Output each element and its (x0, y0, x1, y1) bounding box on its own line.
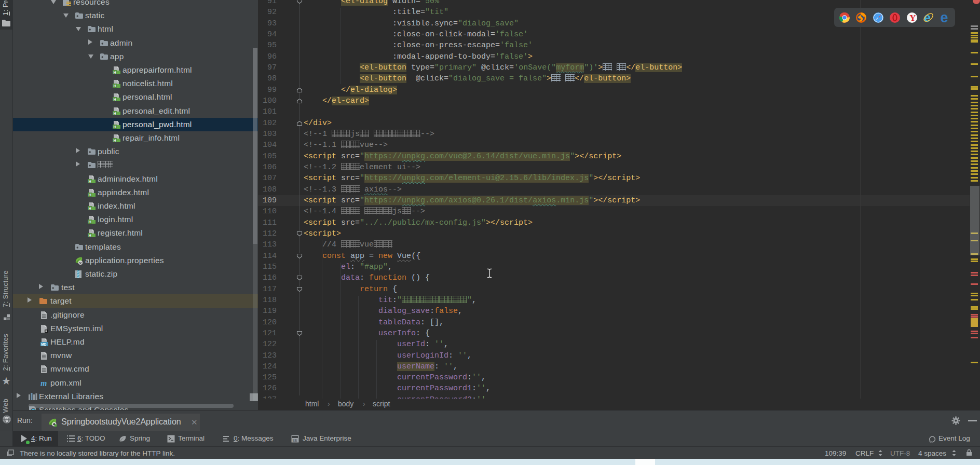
svg-text:H: H (113, 97, 116, 102)
svg-text:H: H (113, 111, 116, 116)
svg-text:H: H (113, 125, 116, 129)
svg-text:H: H (88, 193, 91, 197)
svg-text:H: H (113, 70, 116, 75)
svg-text:H: H (88, 179, 91, 184)
svg-text:EE: EE (293, 439, 298, 442)
svg-text:H: H (113, 138, 116, 143)
svg-text:H: H (113, 84, 116, 88)
svg-text:H: H (88, 220, 91, 224)
svg-text:m: m (40, 379, 47, 388)
svg-text:MD: MD (41, 343, 46, 346)
svg-text:Y: Y (909, 13, 916, 23)
svg-text:e: e (941, 12, 948, 23)
svg-text:H: H (88, 233, 91, 238)
svg-text:H: H (88, 206, 91, 211)
